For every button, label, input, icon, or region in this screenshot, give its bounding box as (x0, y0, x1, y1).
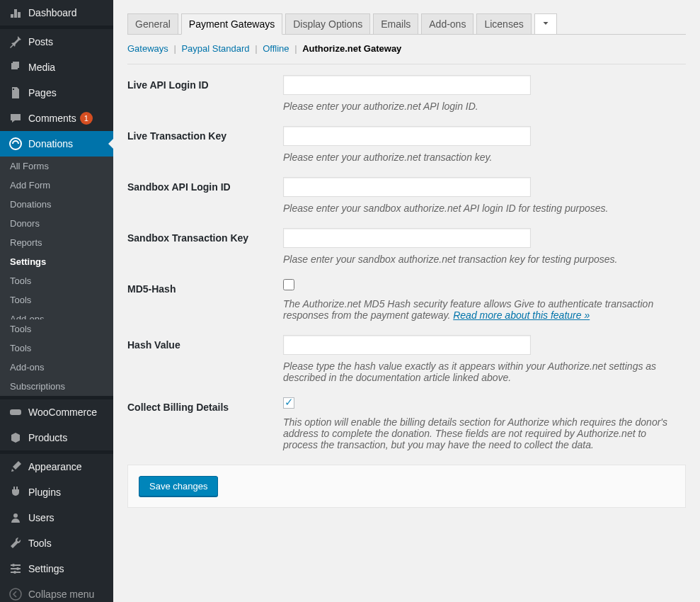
svg-point-5 (13, 571, 16, 574)
submenu-reports[interactable]: Reports (0, 233, 113, 252)
save-button[interactable]: Save changes (139, 476, 218, 496)
input-sandbox-api-login[interactable] (283, 177, 531, 197)
tab-emails[interactable]: Emails (373, 13, 418, 35)
sidebar-donations[interactable]: Donations (0, 131, 113, 157)
sidebar-label: Users (28, 512, 54, 523)
sidebar-comments[interactable]: Comments 1 (0, 106, 113, 131)
label-live-api-login: Live API Login ID (127, 75, 283, 112)
label-hash-value: Hash Value (127, 335, 283, 383)
label-live-trans-key: Live Transaction Key (127, 126, 283, 163)
sidebar-settings[interactable]: Settings (0, 556, 113, 581)
collapse-icon (8, 587, 23, 601)
sidebar-label: Settings (28, 563, 64, 574)
submenu-tools[interactable]: Tools (0, 319, 113, 339)
desc-live-api-login: Please enter your authorize.net API logi… (283, 101, 679, 112)
tab-overflow-dropdown[interactable] (534, 13, 557, 35)
label-billing: Collect Billing Details (127, 397, 283, 450)
settings-form: Live API Login ID Please enter your auth… (127, 75, 686, 450)
sidebar-label: Tools (28, 538, 52, 549)
subtab-offline[interactable]: Offline (263, 43, 289, 54)
media-icon (8, 60, 23, 74)
comments-icon (8, 111, 23, 125)
tab-licenses[interactable]: Licenses (476, 13, 531, 35)
sidebar-dashboard[interactable]: Dashboard (0, 0, 113, 25)
label-sandbox-trans-key: Sandbox Transaction Key (127, 228, 283, 265)
sidebar-label: Dashboard (28, 7, 77, 18)
chevron-down-icon (541, 18, 551, 30)
label-md5-hash: MD5-Hash (127, 279, 283, 321)
submenu-add-form[interactable]: Add Form (0, 176, 113, 195)
submenu-all-forms[interactable]: All Forms (0, 157, 113, 176)
sidebar-label: Posts (28, 36, 53, 47)
admin-sidebar: Dashboard Posts Media Pages Comments 1 D… (0, 0, 113, 602)
sidebar-appearance[interactable]: Appearance (0, 454, 113, 479)
donations-submenu: All Forms Add Form Donations Donors Repo… (0, 157, 113, 396)
subtab-paypal[interactable]: Paypal Standard (181, 43, 249, 54)
sidebar-posts[interactable]: Posts (0, 29, 113, 55)
active-pointer (108, 138, 113, 149)
brush-icon (8, 460, 23, 474)
desc-billing: This option will enable the billing deta… (283, 416, 679, 450)
svg-point-6 (10, 589, 21, 600)
plug-icon (8, 485, 23, 499)
sidebar-pages[interactable]: Pages (0, 80, 113, 106)
subtab-authorize: Authorize.net Gateway (302, 43, 401, 54)
submenu-donors[interactable]: Donors (0, 214, 113, 233)
sidebar-woocommerce[interactable]: WooCommerce (0, 399, 113, 425)
sidebar-label: Media (28, 62, 55, 73)
desc-sandbox-api-login: Please enter your sandbox authorize.net … (283, 203, 679, 214)
users-icon (8, 511, 23, 525)
sidebar-label: Pages (28, 87, 57, 98)
wrench-icon (8, 536, 23, 550)
submenu-addons-cut[interactable]: Add-ons (0, 309, 113, 319)
sidebar-plugins[interactable]: Plugins (0, 479, 113, 505)
submenu-addons[interactable]: Add-ons (0, 358, 113, 377)
sidebar-products[interactable]: Products (0, 425, 113, 450)
sidebar-tools[interactable]: Tools (0, 530, 113, 556)
submenu-tools[interactable]: Tools (0, 339, 113, 358)
sidebar-users[interactable]: Users (0, 505, 113, 530)
svg-point-3 (12, 564, 15, 567)
checkbox-md5-hash[interactable] (283, 279, 294, 290)
tab-addons[interactable]: Add-ons (421, 13, 474, 35)
sidebar-label: Products (28, 432, 67, 443)
tab-general[interactable]: General (127, 13, 178, 35)
sidebar-label: Plugins (28, 487, 61, 498)
tab-payment-gateways[interactable]: Payment Gateways (181, 13, 282, 35)
svg-point-0 (10, 138, 21, 149)
submenu-tools[interactable]: Tools (0, 271, 113, 290)
link-md5-readmore[interactable]: Read more about this feature » (453, 309, 590, 321)
sidebar-label: Comments (28, 113, 76, 124)
submenu-subscriptions[interactable]: Subscriptions (0, 377, 113, 396)
svg-rect-1 (10, 409, 21, 415)
label-sandbox-api-login: Sandbox API Login ID (127, 177, 283, 214)
input-hash-value[interactable] (283, 335, 531, 355)
divider (127, 64, 686, 64)
sidebar-label: Appearance (28, 461, 82, 472)
give-icon (8, 137, 23, 151)
submenu-tools[interactable]: Tools (0, 290, 113, 309)
tab-display-options[interactable]: Display Options (285, 13, 370, 35)
desc-live-trans-key: Please enter your authorize.net transact… (283, 152, 679, 163)
checkbox-billing[interactable] (283, 397, 294, 409)
sidebar-label: WooCommerce (28, 407, 97, 418)
svg-point-4 (16, 567, 19, 570)
submenu-settings[interactable]: Settings (0, 252, 113, 271)
products-icon (8, 431, 23, 445)
woo-icon (8, 405, 23, 419)
dashboard-icon (8, 6, 23, 20)
submenu-donations[interactable]: Donations (0, 195, 113, 214)
submit-section: Save changes (127, 465, 686, 508)
sidebar-label: Donations (28, 138, 73, 149)
subtab-gateways[interactable]: Gateways (127, 43, 168, 54)
input-live-trans-key[interactable] (283, 126, 531, 146)
sidebar-collapse[interactable]: Collapse menu (0, 581, 113, 602)
gateway-subtabs: Gateways | Paypal Standard | Offline | A… (127, 35, 686, 62)
sidebar-media[interactable]: Media (0, 55, 113, 80)
sidebar-label: Collapse menu (28, 589, 94, 600)
settings-tabs: General Payment Gateways Display Options… (127, 7, 686, 35)
input-live-api-login[interactable] (283, 75, 531, 95)
comments-count-badge: 1 (80, 112, 93, 125)
input-sandbox-trans-key[interactable] (283, 228, 531, 248)
svg-point-2 (13, 513, 18, 518)
